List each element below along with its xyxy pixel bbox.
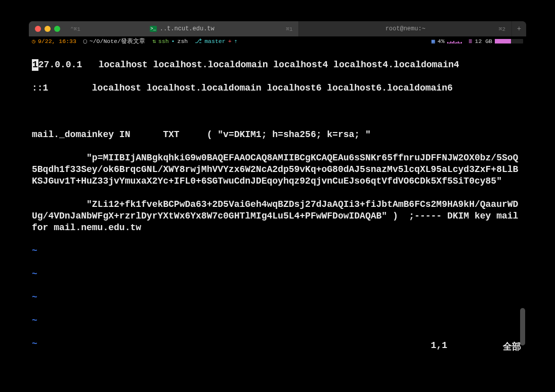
close-icon[interactable] — [35, 26, 41, 32]
tab-global-hint: ⌃⌘1 — [70, 26, 80, 32]
tab-2[interactable]: root@nemu:~ ⌘2 — [299, 21, 512, 36]
line-2: ::1 localhost localhost.localdomain loca… — [32, 82, 523, 94]
status-ahead: ⇡ — [234, 37, 238, 45]
memory-bar — [495, 39, 523, 43]
terminal-window: ⌃⌘1 >_ ..t.ncut.edu.tw ⌘1 root@nemu:~ ⌘2… — [29, 21, 526, 355]
vim-status-line: 1,1 全部 — [34, 340, 521, 353]
add-tab-button[interactable]: + — [512, 21, 526, 36]
minimize-icon[interactable] — [45, 26, 51, 32]
dkim-key-p: "p=MIIBIjANBgkqhkiG9w0BAQEFAAOCAQ8AMIIBC… — [32, 152, 523, 187]
cursor-position: 1,1 — [431, 340, 447, 353]
empty-line: ~ — [32, 269, 523, 280]
dkim-key-z: "ZLi12+fk1fvekBCPwDa63+2D5VaiGeh4wqBZDsj… — [32, 199, 523, 234]
status-bar: ◷ 9/22, 16:33 ▢ ~/O/Note/發表文章 ⇅ ssh • zs… — [29, 36, 526, 46]
tab-1-title: ..t.ncut.edu.tw — [160, 25, 215, 32]
folder-icon: ▢ — [83, 37, 87, 45]
cpu-sparkline — [447, 38, 462, 43]
status-branch-dirty: + — [228, 38, 232, 45]
empty-line: ~ — [32, 245, 523, 257]
status-branch: master — [204, 38, 225, 45]
line-1: 27.0.0.1 localhost localhost.localdomain… — [38, 60, 459, 70]
status-cpu: 4% — [438, 38, 445, 45]
window-controls — [29, 21, 65, 36]
status-time: 9/22, 16:33 — [38, 38, 76, 45]
file-content: 127.0.0.1 localhost localhost.localdomai… — [29, 46, 526, 355]
scrollbar-thumb[interactable] — [520, 308, 525, 345]
status-ssh: ssh — [158, 38, 169, 45]
tab-1[interactable]: ⌃⌘1 >_ ..t.ncut.edu.tw ⌘1 — [65, 21, 299, 36]
status-path: ~/O/Note/發表文章 — [90, 37, 145, 45]
editor-viewport[interactable]: 127.0.0.1 localhost localhost.localdomai… — [29, 46, 526, 355]
maximize-icon[interactable] — [54, 26, 60, 32]
status-mem: 12 GB — [475, 38, 492, 45]
cpu-icon: ▦ — [432, 37, 435, 45]
cursor: 1 — [32, 59, 38, 71]
tab-2-hint: ⌘2 — [499, 26, 505, 32]
terminal-icon: >_ — [150, 26, 157, 32]
status-dot: • — [172, 38, 175, 45]
titlebar: ⌃⌘1 >_ ..t.ncut.edu.tw ⌘1 root@nemu:~ ⌘2… — [29, 21, 526, 36]
tab-2-title: root@nemu:~ — [386, 25, 425, 32]
network-icon: ⇅ — [152, 37, 156, 45]
memory-icon: ≣ — [469, 37, 473, 45]
plus-icon: + — [517, 25, 521, 33]
scrollbar[interactable] — [520, 46, 525, 355]
clock-icon: ◷ — [32, 37, 35, 45]
scroll-percent: 全部 — [503, 340, 521, 353]
dkim-header: mail._domainkey IN TXT ( "v=DKIM1; h=sha… — [32, 129, 523, 141]
tab-1-hint: ⌘1 — [286, 26, 292, 32]
git-branch-icon: ⎇ — [195, 37, 202, 45]
empty-line: ~ — [32, 292, 523, 303]
empty-line: ~ — [32, 315, 523, 327]
status-shell: zsh — [177, 38, 188, 45]
